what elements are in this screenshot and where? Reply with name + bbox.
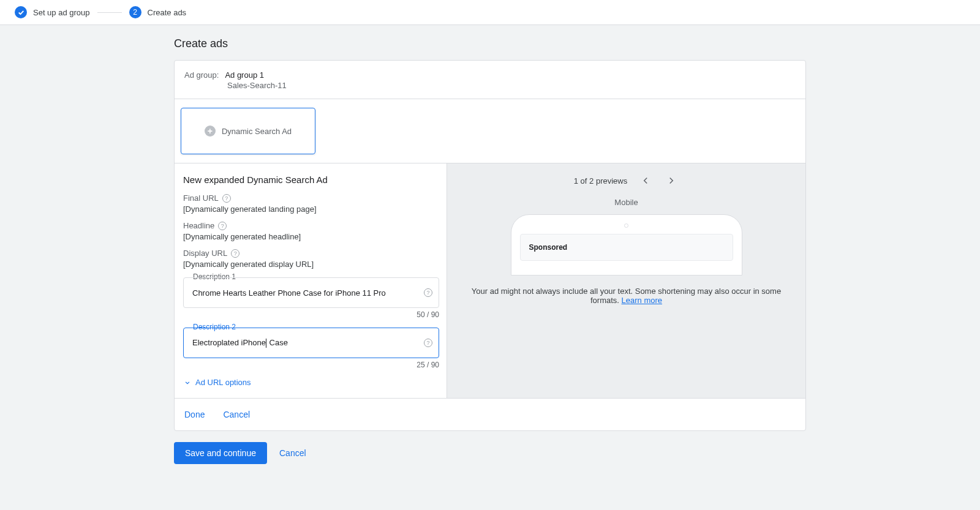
check-icon [15, 6, 27, 18]
preview-type-label: Mobile [447, 198, 805, 207]
page-title: Create ads [174, 37, 806, 50]
help-icon[interactable]: ? [222, 194, 231, 203]
display-url-group: Display URL ? [Dynamically generated dis… [183, 249, 439, 269]
sponsored-label: Sponsored [529, 243, 724, 252]
ad-type-section: + Dynamic Search Ad [175, 99, 805, 163]
description-2-field: Description 2 Electroplated iPhone Case … [183, 328, 439, 358]
create-ads-card: Ad group: Ad group 1 Sales-Search-11 + D… [174, 60, 806, 431]
editor-title: New expanded Dynamic Search Ad [183, 174, 439, 185]
final-url-value: [Dynamically generated landing page] [183, 204, 439, 214]
step-2[interactable]: 2 Create ads [129, 6, 187, 18]
cancel-button[interactable]: Cancel [223, 410, 250, 419]
preview-next-button[interactable] [664, 173, 679, 188]
preview-counter: 1 of 2 previews [574, 176, 627, 186]
description-2-input[interactable]: Electroplated iPhone Case [192, 338, 414, 348]
help-icon[interactable]: ? [231, 249, 239, 258]
editor-actions: Done Cancel [175, 398, 805, 430]
done-button[interactable]: Done [184, 410, 205, 419]
plus-icon: + [205, 126, 216, 137]
final-url-label: Final URL [183, 193, 219, 203]
ad-group-name: Ad group 1 [225, 70, 264, 80]
ad-type-label: Dynamic Search Ad [222, 127, 292, 136]
headline-value: [Dynamically generated headline] [183, 232, 439, 241]
step-divider [97, 12, 122, 13]
ad-group-header: Ad group: Ad group 1 Sales-Search-11 [175, 61, 805, 99]
preview-panel: 1 of 2 previews Mobile Sponsored [447, 163, 805, 398]
headline-label: Headline [183, 221, 214, 230]
chevron-right-icon [666, 175, 677, 186]
preview-note: Your ad might not always include all you… [447, 276, 805, 316]
description-1-count: 50 / 90 [183, 310, 439, 319]
url-options-label: Ad URL options [195, 378, 251, 387]
phone-frame: Sponsored [511, 214, 742, 276]
display-url-value: [Dynamically generated display URL] [183, 260, 439, 269]
step-2-number: 2 [129, 6, 141, 18]
chevron-down-icon [183, 378, 192, 387]
phone-speaker-icon [624, 223, 628, 228]
display-url-label: Display URL [183, 249, 227, 258]
help-icon[interactable]: ? [424, 339, 432, 347]
page-actions: Save and continue Cancel [174, 442, 806, 464]
ad-group-prefix: Ad group: [184, 70, 219, 80]
ad-url-options-toggle[interactable]: Ad URL options [183, 378, 439, 387]
step-1[interactable]: Set up ad group [15, 6, 90, 18]
learn-more-link[interactable]: Learn more [622, 296, 662, 305]
chevron-left-icon [640, 175, 651, 186]
save-and-continue-button[interactable]: Save and continue [174, 442, 267, 464]
page-cancel-button[interactable]: Cancel [279, 448, 306, 458]
description-2-count: 25 / 90 [183, 361, 439, 369]
final-url-group: Final URL ? [Dynamically generated landi… [183, 193, 439, 214]
dynamic-search-ad-tile[interactable]: + Dynamic Search Ad [181, 108, 315, 154]
description-1-field: Description 1 ? [183, 277, 439, 308]
help-icon[interactable]: ? [424, 288, 432, 297]
step-1-label: Set up ad group [33, 8, 90, 17]
step-2-label: Create ads [148, 8, 187, 17]
campaign-name: Sales-Search-11 [227, 81, 796, 90]
headline-group: Headline ? [Dynamically generated headli… [183, 221, 439, 241]
stepper-header: Set up ad group 2 Create ads [0, 0, 980, 25]
preview-prev-button[interactable] [638, 173, 653, 188]
help-icon[interactable]: ? [218, 222, 227, 230]
ad-editor-panel: New expanded Dynamic Search Ad Final URL… [175, 163, 447, 398]
description-1-input[interactable] [192, 288, 414, 298]
